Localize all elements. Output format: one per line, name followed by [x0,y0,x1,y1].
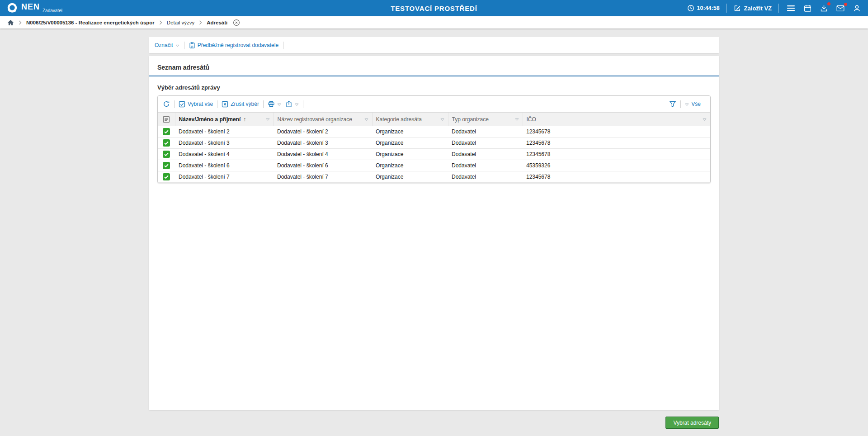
divider [303,100,303,108]
home-icon[interactable] [7,19,14,26]
select-rows-icon [163,116,170,123]
cell-ico: 45359326 [523,160,710,171]
cell-ico: 12345678 [523,171,710,183]
breadcrumb-item-detail[interactable]: Detail výzvy [167,20,194,25]
clear-selection-label: Zrušit výběr [231,101,259,107]
messages-button[interactable] [835,4,845,13]
funnel-icon [669,100,676,108]
sort-asc-icon: ↑ [243,116,246,123]
row-checkbox-checked[interactable] [163,139,170,147]
preregister-label: Předběžně registrovat dodavatele [198,42,278,48]
column-filter-icon[interactable] [440,118,444,121]
cell-name: Dodavatel - školení 2 [175,126,274,137]
printer-icon [268,100,275,108]
column-label: IČO [527,116,536,123]
top-bar: NEN Zadavatel TESTOVACÍ PROSTŘEDÍ 10:44:… [0,0,868,16]
table-row[interactable]: Dodavatel - školení 3 Dodavatel - školen… [158,137,710,149]
table-row[interactable]: Dodavatel - školení 7 Dodavatel - školen… [158,171,710,183]
divider [778,4,779,13]
filter-scope-dropdown[interactable]: Vše [685,101,701,107]
column-header-org-type[interactable]: Typ organizace [448,113,523,126]
column-filter-icon[interactable] [266,118,270,121]
filter-button[interactable] [669,100,676,108]
cell-category: Organizace [372,149,448,160]
cell-org-type: Dodavatel [448,137,523,149]
server-time: 10:44:58 [687,5,720,12]
cell-name: Dodavatel - školení 4 [175,149,274,160]
clipboard-icon [189,42,195,49]
cell-registered-org: Dodavatel - školení 4 [274,149,372,160]
column-filter-icon[interactable] [515,118,519,121]
cell-name: Dodavatel - školení 7 [175,171,274,183]
print-button[interactable] [268,100,281,108]
row-checkbox-checked[interactable] [163,173,170,180]
check-icon [164,174,169,180]
divider [283,42,283,49]
select-addressees-button[interactable]: Vybrat adresáty [665,417,719,429]
subsection-title: Výběr adresátů zprávy [149,76,719,95]
main-content: Označit Předběžně registrovat dodavatele… [0,28,868,429]
edit-icon [734,5,741,12]
brand-name: NEN [21,2,40,11]
mail-icon [836,5,844,12]
column-filter-icon[interactable] [703,118,707,121]
nen-logo-icon [6,2,18,14]
column-header-category[interactable]: Kategorie adresáta [372,113,448,126]
table-row[interactable]: Dodavatel - školení 6 Dodavatel - školen… [158,160,710,171]
calendar-button[interactable] [803,4,812,13]
cell-ico: 12345678 [523,137,710,149]
user-icon [853,5,861,12]
cell-registered-org: Dodavatel - školení 7 [274,171,372,183]
mark-menu-button[interactable]: Označit [155,42,179,48]
divider [174,100,175,108]
check-icon [164,140,169,146]
table-row[interactable]: Dodavatel - školení 4 Dodavatel - školen… [158,149,710,160]
column-header-ico[interactable]: IČO [523,113,710,126]
column-header-selection[interactable] [158,113,175,126]
refresh-button[interactable] [163,100,170,108]
clock-icon [687,5,694,12]
cell-category: Organizace [372,126,448,137]
chevron-down-icon [295,103,299,106]
row-checkbox-checked[interactable] [163,162,170,169]
refresh-icon [163,100,170,108]
menu-button[interactable] [786,4,796,13]
mark-label: Označit [155,42,173,48]
column-filter-icon[interactable] [364,118,368,121]
chevron-right-icon [19,20,22,25]
select-all-button[interactable]: Vybrat vše [179,101,213,108]
export-button[interactable] [285,100,299,108]
calendar-icon [804,5,811,12]
column-label: Název/Jméno a příjmení [179,116,241,123]
create-vz-label: Založit VZ [744,5,772,12]
downloads-button[interactable] [819,4,829,13]
app-logo[interactable]: NEN Zadavatel [6,2,62,14]
notification-badge [844,3,847,6]
user-button[interactable] [852,4,862,13]
column-header-name[interactable]: Název/Jméno a příjmení ↑ [175,113,274,126]
cell-name: Dodavatel - školení 6 [175,160,274,171]
clear-selection-button[interactable]: Zrušit výběr [222,101,259,108]
check-icon [164,129,169,134]
hamburger-icon [787,5,795,12]
preregister-supplier-button[interactable]: Předběžně registrovat dodavatele [189,42,278,49]
table-header-row: Název/Jméno a příjmení ↑ Název registrov [158,113,710,126]
footer-actions: Vybrat adresáty [149,417,719,429]
column-label: Kategorie adresáta [376,116,422,123]
row-checkbox-checked[interactable] [163,151,170,158]
divider [726,4,727,13]
cell-registered-org: Dodavatel - školení 3 [274,137,372,149]
chevron-right-icon [199,20,202,25]
section-title: Seznam adresátů [149,56,719,76]
addressees-panel: Seznam adresátů Výběr adresátů zprávy [149,56,719,410]
close-icon[interactable] [233,19,240,26]
breadcrumb-item-contract[interactable]: N006/25/V00005136 - Realizace energetick… [26,20,155,25]
table-row[interactable]: Dodavatel - školení 2 Dodavatel - školen… [158,126,710,137]
create-vz-button[interactable]: Založit VZ [734,5,772,12]
divider [217,100,217,108]
row-checkbox-checked[interactable] [163,128,170,135]
checkbox-checked-icon [179,101,185,108]
column-label: Název registrované organizace [278,116,352,123]
column-header-registered-org[interactable]: Název registrované organizace [274,113,372,126]
cell-org-type: Dodavatel [448,160,523,171]
